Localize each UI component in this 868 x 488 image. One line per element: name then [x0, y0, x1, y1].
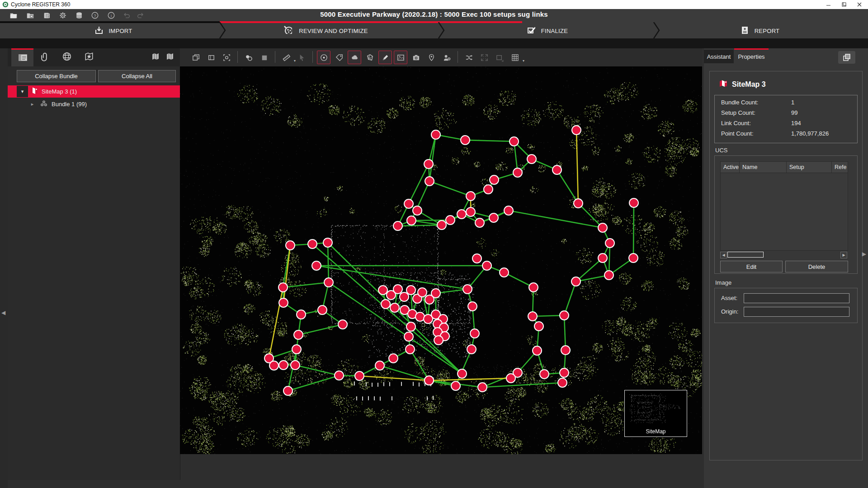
setup-node[interactable] [312, 261, 321, 270]
setup-node[interactable] [506, 374, 515, 383]
pick-tool-button[interactable] [295, 51, 308, 64]
setup-node[interactable] [470, 329, 479, 338]
setup-node[interactable] [451, 381, 460, 390]
setup-node[interactable] [286, 241, 295, 250]
setup-node[interactable] [324, 278, 333, 287]
link-line[interactable] [576, 258, 603, 282]
help-icon[interactable]: ? [90, 10, 100, 20]
collapse-all-button[interactable]: Collapse All [98, 70, 176, 82]
setup-node[interactable] [461, 136, 470, 145]
link-line[interactable] [411, 220, 450, 221]
draw-link-button[interactable] [378, 51, 392, 64]
show-point-clouds-button[interactable] [348, 51, 361, 64]
setup-node[interactable] [552, 165, 561, 174]
show-assets-button[interactable] [440, 51, 453, 64]
setup-node[interactable] [291, 361, 300, 370]
link-line[interactable] [283, 245, 290, 303]
link-line[interactable] [298, 324, 343, 335]
setup-node[interactable] [478, 383, 487, 392]
setup-node[interactable] [466, 207, 475, 216]
show-geotags-button[interactable] [425, 51, 438, 64]
show-setups-button[interactable] [317, 51, 330, 64]
setup-node[interactable] [446, 216, 455, 225]
expander-icon[interactable]: ▾ [17, 86, 28, 97]
link-line[interactable] [576, 275, 609, 282]
scroll-left-icon[interactable]: ◀ [720, 252, 727, 258]
setup-node[interactable] [415, 312, 425, 321]
link-line[interactable] [359, 376, 429, 380]
setup-node[interactable] [400, 292, 409, 301]
sync-copy-button[interactable] [189, 51, 203, 64]
close-button[interactable] [852, 0, 867, 9]
setup-node[interactable] [466, 192, 475, 201]
zoom-to-region-button[interactable] [220, 51, 233, 64]
setup-node[interactable] [463, 285, 472, 294]
ucs-delete-button[interactable]: Delete [785, 261, 848, 272]
link-line[interactable] [283, 282, 329, 287]
tab-finalize[interactable]: FINALIZE [461, 23, 633, 38]
setup-node[interactable] [292, 345, 301, 354]
setup-node[interactable] [458, 369, 467, 378]
setup-node[interactable] [598, 223, 607, 232]
setup-node[interactable] [500, 268, 509, 277]
setup-node[interactable] [283, 386, 292, 395]
link-line[interactable] [411, 181, 429, 221]
fit-to-view-button[interactable] [204, 51, 218, 64]
setup-node[interactable] [490, 175, 499, 184]
setup-node[interactable] [472, 254, 481, 263]
setup-node[interactable] [269, 361, 278, 370]
close-project-icon[interactable] [25, 10, 35, 20]
tab-sitemaps[interactable] [78, 48, 100, 66]
setup-node[interactable] [431, 289, 440, 298]
setup-node[interactable] [558, 378, 567, 387]
setup-node[interactable] [484, 185, 493, 194]
setup-node[interactable] [279, 361, 288, 370]
setup-node[interactable] [393, 221, 402, 230]
undo-icon[interactable] [122, 10, 132, 20]
import-batch-icon[interactable] [42, 10, 52, 20]
link-line[interactable] [316, 266, 467, 289]
tab-review-and-optimize[interactable]: REVIEW AND OPTIMIZE [240, 23, 411, 38]
storage-icon[interactable] [74, 10, 84, 20]
setup-node[interactable] [504, 206, 513, 215]
link-line[interactable] [482, 383, 562, 387]
setup-node[interactable] [407, 216, 416, 225]
sitemap-image-button[interactable] [493, 51, 506, 64]
setup-node[interactable] [418, 288, 427, 297]
setup-node[interactable] [375, 361, 384, 370]
setup-node[interactable] [489, 213, 498, 222]
link-line[interactable] [557, 170, 578, 203]
link-line[interactable] [288, 349, 297, 391]
setup-node[interactable] [475, 218, 484, 227]
ucs-hscrollbar[interactable]: ◀ ▶ [720, 252, 847, 258]
setup-node[interactable] [308, 239, 317, 249]
setup-node[interactable] [560, 368, 569, 377]
setup-node[interactable] [425, 376, 434, 385]
setup-node[interactable] [378, 286, 387, 295]
setup-node[interactable] [294, 330, 303, 339]
setup-node[interactable] [457, 210, 466, 219]
setup-node[interactable] [404, 199, 413, 208]
setup-node[interactable] [278, 283, 288, 292]
setup-node[interactable] [629, 253, 638, 263]
maximize-button[interactable] [836, 0, 852, 9]
setup-node[interactable] [434, 336, 443, 345]
setup-node[interactable] [533, 346, 542, 355]
show-images-button[interactable] [394, 51, 407, 64]
collapse-left-panel-arrow[interactable]: ◀ [1, 310, 5, 316]
setup-node[interactable] [528, 312, 537, 321]
setup-node[interactable] [404, 332, 413, 341]
setup-node[interactable] [335, 371, 344, 380]
setup-node[interactable] [629, 198, 638, 207]
ucs-table[interactable]: Active Name Setup Refe [720, 161, 848, 251]
expander-icon[interactable]: ▸ [27, 99, 38, 110]
link-line[interactable] [312, 244, 462, 374]
tab-properties[interactable]: Properties [734, 50, 769, 63]
setup-node[interactable] [393, 285, 402, 294]
link-line[interactable] [288, 375, 339, 391]
setup-node[interactable] [279, 298, 288, 307]
link-line[interactable] [269, 287, 283, 358]
link-line[interactable] [398, 225, 442, 226]
setup-node[interactable] [424, 160, 433, 169]
asset-field[interactable] [744, 293, 849, 303]
